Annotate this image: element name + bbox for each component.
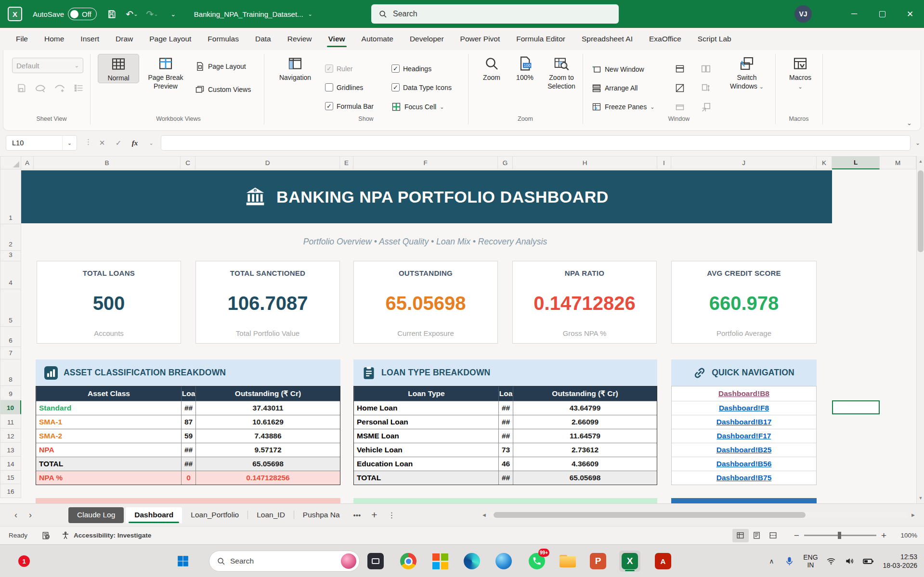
split-button[interactable]: [674, 63, 686, 75]
search-highlight-image[interactable]: [341, 553, 356, 569]
ribbon-tab-file[interactable]: File: [9, 29, 35, 49]
maximize-button[interactable]: [868, 0, 896, 28]
more-sheets-icon[interactable]: •••: [349, 511, 366, 519]
table-row[interactable]: Education Loan 46 4.36609: [354, 457, 657, 471]
app-chrome-icon[interactable]: [398, 551, 419, 572]
scroll-left-icon[interactable]: ◄: [482, 512, 490, 518]
column-header-m[interactable]: M: [880, 156, 916, 169]
customize-quick-access-button[interactable]: ⌄: [165, 6, 182, 22]
ribbon-tab-review[interactable]: Review: [280, 29, 319, 49]
normal-view-button[interactable]: Normal: [98, 54, 139, 83]
keep-sheet-view-icon[interactable]: [15, 82, 27, 94]
app-powerpoint-icon[interactable]: P: [587, 551, 609, 572]
ribbon-tab-home[interactable]: Home: [37, 29, 71, 49]
row-header-8[interactable]: 8: [0, 359, 21, 386]
horizontal-scrollbar[interactable]: ◄ ►: [482, 510, 916, 520]
expand-formula-bar-button[interactable]: ⌄: [915, 140, 920, 146]
scroll-up-icon[interactable]: ▲: [917, 156, 924, 167]
table-row-total[interactable]: TOTAL ## 65.05698: [354, 471, 657, 485]
ribbon-tab-draw[interactable]: Draw: [108, 29, 140, 49]
next-sheet-button[interactable]: ›: [23, 510, 38, 520]
minimize-button[interactable]: ─: [840, 0, 868, 28]
navigation-button[interactable]: Navigation: [272, 54, 318, 82]
row-header-15[interactable]: 15: [0, 471, 21, 484]
headings-checkbox[interactable]: Headings: [391, 64, 431, 73]
zoom-slider-thumb[interactable]: [838, 532, 841, 539]
avatar[interactable]: VJ: [794, 5, 812, 23]
app-microsoft-365-icon[interactable]: [429, 551, 451, 572]
arrange-all-button[interactable]: Arrange All: [592, 83, 638, 93]
ribbon-tab-spreadsheet-ai[interactable]: Spreadsheet AI: [574, 29, 640, 49]
column-header-b[interactable]: B: [34, 156, 181, 169]
ribbon-tab-formula-editor[interactable]: Formula Editor: [509, 29, 573, 49]
exit-sheet-view-icon[interactable]: [34, 82, 47, 94]
quick-nav-link[interactable]: Dashboard!B56: [716, 460, 772, 468]
row-header-6[interactable]: 6: [0, 327, 21, 347]
sheet-tab-loan-id[interactable]: Loan_ID: [248, 507, 294, 523]
row-header-7[interactable]: 7: [0, 347, 21, 359]
row-header-1[interactable]: 1: [0, 169, 21, 224]
column-header-g[interactable]: G: [498, 156, 513, 169]
enter-formula-button[interactable]: ✓: [111, 135, 126, 151]
view-side-by-side-button[interactable]: [700, 63, 712, 75]
cancel-formula-button[interactable]: ✕: [94, 135, 110, 151]
row-header-14[interactable]: 14: [0, 457, 21, 471]
synchronous-scrolling-button[interactable]: [700, 82, 712, 94]
column-header-d[interactable]: D: [195, 156, 340, 169]
clock[interactable]: 12:53 18-03-2026: [883, 552, 917, 570]
ribbon-tab-automate[interactable]: Automate: [354, 29, 401, 49]
table-row-npa-percent[interactable]: NPA % 0 0.147128256: [36, 471, 340, 485]
table-row[interactable]: Personal Loan ## 2.66099: [354, 415, 657, 429]
normal-view-button-status[interactable]: [732, 529, 749, 542]
reset-window-position-button[interactable]: [700, 101, 712, 114]
row-header-16[interactable]: 16: [0, 484, 21, 498]
quick-nav-row[interactable]: Dashboard!F8: [672, 401, 816, 415]
ribbon-tab-formulas[interactable]: Formulas: [200, 29, 246, 49]
tray-expand-icon[interactable]: ∧: [763, 557, 780, 565]
row-header-2[interactable]: 2: [0, 224, 21, 251]
quick-nav-row[interactable]: Dashboard!B75: [672, 471, 816, 485]
undo-button[interactable]: ↶⌄: [124, 6, 140, 22]
microphone-icon[interactable]: [780, 557, 799, 566]
ribbon-tab-developer[interactable]: Developer: [403, 29, 451, 49]
row-header-11[interactable]: 11: [0, 414, 21, 429]
wifi-icon[interactable]: [822, 556, 840, 566]
table-row[interactable]: SMA-2 59 7.43886: [36, 429, 340, 443]
quick-nav-link[interactable]: Dashboard!B8: [718, 389, 769, 398]
zoom-button[interactable]: Zoom: [474, 54, 509, 82]
selected-cell-L10[interactable]: [832, 400, 880, 414]
ribbon-tab-view[interactable]: View: [321, 29, 352, 49]
quick-nav-row[interactable]: Dashboard!F17: [672, 429, 816, 443]
column-header-i[interactable]: I: [657, 156, 671, 169]
switch-windows-button[interactable]: Switch Windows ⌄: [724, 54, 770, 90]
column-header-j[interactable]: J: [671, 156, 817, 169]
all-sheets-icon[interactable]: ⋮: [383, 511, 401, 520]
ribbon-tab-script-lab[interactable]: Script Lab: [690, 29, 739, 49]
scroll-right-icon[interactable]: ►: [908, 512, 916, 518]
app-edge-icon[interactable]: [461, 551, 482, 572]
insert-function-button[interactable]: fx: [127, 135, 143, 151]
quick-nav-row[interactable]: Dashboard!B8: [672, 386, 816, 401]
ribbon-tab-power-pivot[interactable]: Power Pivot: [453, 29, 508, 49]
quick-nav-row[interactable]: Dashboard!B17: [672, 415, 816, 429]
accessibility-status[interactable]: Accessibility: Investigate: [74, 532, 151, 539]
page-break-view-button-status[interactable]: [765, 529, 781, 542]
ribbon-tab-page-layout[interactable]: Page Layout: [142, 29, 198, 49]
quick-nav-link[interactable]: Dashboard!B25: [716, 446, 772, 454]
quick-nav-link[interactable]: Dashboard!B17: [716, 418, 772, 426]
document-title[interactable]: Banking_NPA_Training_Dataset... ⌄: [194, 10, 312, 18]
language-indicator[interactable]: ENGIN: [799, 553, 822, 569]
close-button[interactable]: ✕: [896, 0, 924, 28]
data-type-icons-checkbox[interactable]: Data Type Icons: [391, 83, 452, 91]
quick-nav-link[interactable]: Dashboard!F17: [717, 432, 771, 440]
zoom-out-button[interactable]: −: [794, 530, 799, 541]
scroll-down-icon[interactable]: ▼: [917, 493, 924, 503]
row-header-4[interactable]: 4: [0, 261, 21, 289]
zoom-in-button[interactable]: +: [881, 530, 886, 541]
formula-input[interactable]: [161, 135, 911, 151]
excel-app-icon[interactable]: X: [8, 7, 22, 21]
column-header-e[interactable]: E: [340, 156, 353, 169]
prev-sheet-button[interactable]: ‹: [9, 510, 23, 520]
zoom-level[interactable]: 100%: [895, 532, 917, 539]
table-row[interactable]: Standard ## 37.43011: [36, 401, 340, 415]
